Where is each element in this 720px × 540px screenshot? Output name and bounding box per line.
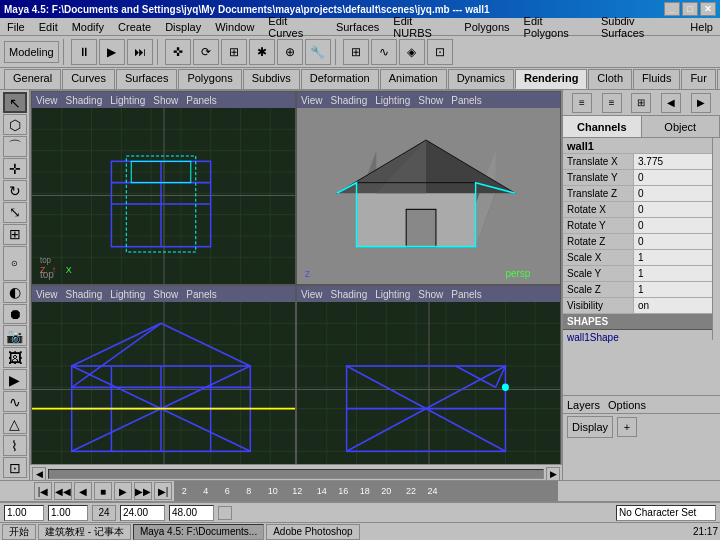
viewport-front-panels-menu[interactable]: Panels <box>186 289 217 300</box>
select-tool-btn[interactable]: ↖ <box>3 92 27 113</box>
rpanel-btn-3[interactable]: ⊞ <box>631 93 651 113</box>
tab-subdivs[interactable]: Subdivs <box>243 69 300 89</box>
viewport-side-lighting-menu[interactable]: Lighting <box>375 289 410 300</box>
misc-btn[interactable]: ⊡ <box>3 457 27 478</box>
tab-rendering[interactable]: Rendering <box>515 69 587 89</box>
layers-menu[interactable]: Layers <box>567 399 600 411</box>
toolbar-btn-6[interactable]: ⊞ <box>221 39 247 65</box>
soft-select-btn[interactable]: ⊙ <box>3 246 27 281</box>
viewport-side-view-menu[interactable]: View <box>301 289 323 300</box>
show-hide-btn[interactable]: ◐ <box>3 282 27 303</box>
channel-value[interactable]: 0 <box>633 234 720 249</box>
menu-surfaces[interactable]: Surfaces <box>333 20 382 34</box>
close-button[interactable]: ✕ <box>700 2 716 16</box>
timeline-scrollbar[interactable] <box>48 469 544 479</box>
viewport-front-canvas[interactable]: Z X front <box>32 302 295 478</box>
scale-tool-btn[interactable]: ⤡ <box>3 202 27 223</box>
channel-value[interactable]: on <box>633 298 720 313</box>
viewport-side-panels-menu[interactable]: Panels <box>451 289 482 300</box>
tab-deformation[interactable]: Deformation <box>301 69 379 89</box>
viewport-front-show-menu[interactable]: Show <box>153 289 178 300</box>
menu-polygons[interactable]: Polygons <box>461 20 512 34</box>
viewport-persp-lighting-menu[interactable]: Lighting <box>375 95 410 106</box>
display-dropdown[interactable]: Display <box>567 416 613 438</box>
toolbar-btn-3[interactable]: ⏭ <box>127 39 153 65</box>
timeline-numbers[interactable]: 24681012141618202224 <box>174 481 558 501</box>
viewport-persp-panels-menu[interactable]: Panels <box>451 95 482 106</box>
rotate-tool-btn[interactable]: ↻ <box>3 180 27 201</box>
viewport-persp-view-menu[interactable]: View <box>301 95 323 106</box>
status-anim-indicator[interactable]: 24 <box>92 505 116 521</box>
menu-help[interactable]: Help <box>687 20 716 34</box>
layers-list[interactable] <box>563 440 720 480</box>
snap-view-btn[interactable]: ⊡ <box>427 39 453 65</box>
timeline-end-btn[interactable]: ▶| <box>154 482 172 500</box>
tab-channels[interactable]: Channels <box>563 116 642 137</box>
render-btn[interactable]: 📷 <box>3 325 27 346</box>
poly-btn[interactable]: △ <box>3 413 27 434</box>
rpanel-btn-5[interactable]: ▶ <box>691 93 711 113</box>
viewport-top-show-menu[interactable]: Show <box>153 95 178 106</box>
channels-scrollbar[interactable] <box>712 138 720 340</box>
menu-file[interactable]: File <box>4 20 28 34</box>
rpanel-btn-1[interactable]: ≡ <box>572 93 592 113</box>
viewport-top-lighting-menu[interactable]: Lighting <box>110 95 145 106</box>
viewport-front-shading-menu[interactable]: Shading <box>66 289 103 300</box>
universal-tool-btn[interactable]: ⊞ <box>3 224 27 245</box>
timeline-next-frame-btn[interactable]: ▶ <box>114 482 132 500</box>
channel-value[interactable]: 0 <box>633 186 720 201</box>
start-button[interactable]: 开始 <box>2 524 36 540</box>
tab-dynamics[interactable]: Dynamics <box>448 69 514 89</box>
tab-fluids[interactable]: Fluids <box>633 69 680 89</box>
timeline-play-btn[interactable]: ◀ <box>74 482 92 500</box>
channel-value[interactable]: 0 <box>633 170 720 185</box>
anim-btn[interactable]: ▶ <box>3 369 27 390</box>
timeline-start-btn[interactable]: |◀ <box>34 482 52 500</box>
viewport-front-view-menu[interactable]: View <box>36 289 58 300</box>
menu-create[interactable]: Create <box>115 20 154 34</box>
menu-edit[interactable]: Edit <box>36 20 61 34</box>
toolbar-btn-4[interactable]: ✜ <box>165 39 191 65</box>
viewport-front-lighting-menu[interactable]: Lighting <box>110 289 145 300</box>
channel-value[interactable]: 1 <box>633 266 720 281</box>
rpanel-btn-2[interactable]: ≡ <box>602 93 622 113</box>
menu-modify[interactable]: Modify <box>69 20 107 34</box>
snap-point-btn[interactable]: ◈ <box>399 39 425 65</box>
snap-grid-btn[interactable]: ⊞ <box>343 39 369 65</box>
taskbar-app-0[interactable]: 建筑教程 - 记事本 <box>38 524 131 540</box>
menu-edit-polygons[interactable]: Edit Polygons <box>521 14 590 40</box>
paint-tool-btn[interactable]: ⬡ <box>3 114 27 135</box>
tab-surfaces[interactable]: Surfaces <box>116 69 177 89</box>
menu-edit-nurbs[interactable]: Edit NURBS <box>390 14 453 40</box>
scroll-right-btn[interactable]: ▶ <box>546 467 560 481</box>
viewport-persp-show-menu[interactable]: Show <box>418 95 443 106</box>
viewport-side-canvas[interactable]: Z X side <box>297 302 560 478</box>
wave-btn[interactable]: ∿ <box>3 391 27 412</box>
toolbar-btn-7[interactable]: ✱ <box>249 39 275 65</box>
viewport-persp-shading-menu[interactable]: Shading <box>331 95 368 106</box>
history-btn[interactable]: ⏺ <box>3 304 27 325</box>
viewport-side-shading-menu[interactable]: Shading <box>331 289 368 300</box>
taskbar-app-1[interactable]: Maya 4.5: F:\Documents... <box>133 524 264 540</box>
scroll-left-btn[interactable]: ◀ <box>32 467 46 481</box>
toolbar-btn-1[interactable]: ⏸ <box>71 39 97 65</box>
tab-cloth[interactable]: Cloth <box>588 69 632 89</box>
tab-animation[interactable]: Animation <box>380 69 447 89</box>
menu-edit-curves[interactable]: Edit Curves <box>265 14 325 40</box>
modeling-dropdown[interactable]: Modeling <box>4 41 59 63</box>
toolbar-btn-8[interactable]: ⊕ <box>277 39 303 65</box>
maximize-button[interactable]: □ <box>682 2 698 16</box>
taskbar-app-2[interactable]: Adobe Photoshop <box>266 524 360 540</box>
status-prev-btn[interactable] <box>218 506 232 520</box>
viewport-top-view-menu[interactable]: View <box>36 95 58 106</box>
toolbar-btn-5[interactable]: ⟳ <box>193 39 219 65</box>
viewport-persp-canvas[interactable]: Z X persp <box>297 108 560 284</box>
timeline-prev-btn[interactable]: ◀◀ <box>54 482 72 500</box>
viewport-side-show-menu[interactable]: Show <box>418 289 443 300</box>
channel-value[interactable]: 0 <box>633 218 720 233</box>
layer-add-btn[interactable]: + <box>617 417 637 437</box>
tab-polygons[interactable]: Polygons <box>178 69 241 89</box>
tab-general[interactable]: General <box>4 69 61 89</box>
ipr-btn[interactable]: 🖼 <box>3 347 27 368</box>
layers-options-menu[interactable]: Options <box>608 399 646 411</box>
